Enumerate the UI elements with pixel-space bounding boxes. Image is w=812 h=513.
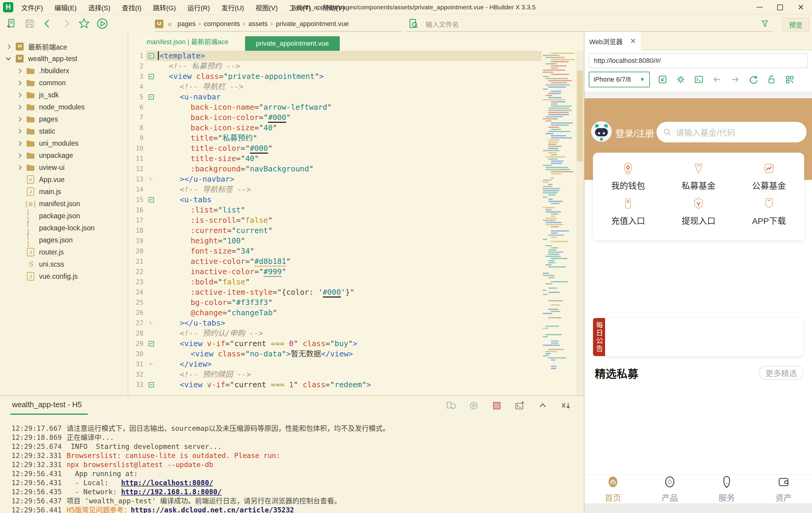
code-line-22[interactable]: 22inactive-color="#999" xyxy=(129,267,542,277)
code-line-19[interactable]: 19height="100" xyxy=(129,236,542,246)
browser-tab[interactable]: Web浏览器 ✕ xyxy=(584,32,641,51)
chevron-right-icon[interactable] xyxy=(6,44,11,49)
chevron-right-icon[interactable] xyxy=(17,153,22,158)
collapse-up-icon[interactable] xyxy=(537,400,548,411)
filter-funnel-icon[interactable] xyxy=(758,17,772,31)
tree-item-router.js[interactable]: Jrouter.js xyxy=(0,246,128,258)
tree-item-App.vue[interactable]: VApp.vue xyxy=(0,174,128,186)
tree-item-package-lock.json[interactable]: [ ]package-lock.json xyxy=(0,222,128,234)
log-link[interactable]: http://192.168.1.8:8080/ xyxy=(121,488,222,496)
tree-item-.hbuilderx[interactable]: .hbuilderx xyxy=(0,65,128,77)
chevron-right-icon[interactable] xyxy=(17,68,22,73)
nav-service[interactable]: 服务 xyxy=(698,475,755,503)
chevron-down-icon[interactable] xyxy=(6,56,11,60)
code-line-18[interactable]: 18:current="current" xyxy=(129,225,542,236)
tree-item-main.js[interactable]: Jmain.js xyxy=(0,186,128,198)
code-line-14[interactable]: 14<!-- 导航标签 --> xyxy=(129,184,542,195)
close-icon[interactable]: ✕ xyxy=(798,3,804,11)
chevron-right-icon[interactable] xyxy=(17,81,22,85)
quick-entry-wallet[interactable]: 我的钱包 xyxy=(593,161,663,191)
resize-viewport-icon[interactable] xyxy=(657,74,668,85)
code-line-25[interactable]: 25bg-color="#f3f3f3" xyxy=(129,298,542,308)
daily-notice[interactable]: 每日公告 xyxy=(593,318,803,356)
code-line-7[interactable]: 7back-icon-color="#000" xyxy=(129,113,542,123)
code-line-10[interactable]: 10title-color="#000" xyxy=(129,143,542,154)
new-terminal-icon[interactable] xyxy=(514,400,525,411)
code-line-20[interactable]: 20font-size="34" xyxy=(129,246,542,256)
code-line-9[interactable]: 9title="私募预约" xyxy=(129,133,542,143)
code-line-12[interactable]: 12:background="navBackground" xyxy=(129,164,542,174)
code-line-2[interactable]: 2<!-- 私募预约 --> xyxy=(129,61,542,71)
editor-tab-inactive[interactable]: manifest.json | 最新前端ace xyxy=(146,33,228,51)
breadcrumb-item[interactable]: pages xyxy=(177,20,196,28)
code-line-16[interactable]: 16:list="list" xyxy=(129,205,542,215)
restart-run-icon[interactable] xyxy=(468,400,479,411)
tree-item-unpackage[interactable]: unpackage xyxy=(0,149,128,161)
nav-assets[interactable]: 资产 xyxy=(755,475,812,503)
tree-item-manifest.json[interactable]: [⚙]manifest.json xyxy=(0,198,128,210)
tree-item-pages[interactable]: pages xyxy=(0,113,128,125)
editor-scrollbar[interactable] xyxy=(576,51,584,395)
quick-entry-public-fund[interactable]: 公募基金 xyxy=(734,161,804,191)
tree-item-uni_modules[interactable]: uni_modules xyxy=(0,137,128,149)
file-search-bar[interactable]: 输入文件名 xyxy=(407,17,773,32)
tree-item-wealth_app-test[interactable]: wealth_app-test xyxy=(0,53,128,65)
tree-item-static[interactable]: static xyxy=(0,125,128,137)
log-link[interactable]: http://localhost:8080/ xyxy=(121,479,213,487)
chevron-right-icon[interactable] xyxy=(17,104,22,110)
nav-product[interactable]: 产品 xyxy=(641,475,698,503)
forward-icon[interactable] xyxy=(59,17,72,31)
code-line-33[interactable]: 33<view v-if="current === 1" class="rede… xyxy=(129,380,542,390)
breadcrumb-collapse-icon[interactable]: « xyxy=(168,19,172,29)
tree-item-node_modules[interactable]: node_modules xyxy=(0,101,128,113)
nav-back-icon[interactable] xyxy=(712,74,722,85)
chevron-right-icon[interactable] xyxy=(17,117,22,122)
browser-tab-close-icon[interactable]: ✕ xyxy=(630,37,636,46)
chevron-right-icon[interactable] xyxy=(17,141,22,146)
new-file-icon[interactable] xyxy=(5,17,18,31)
code-line-4[interactable]: 4<!-- 导航栏 --> xyxy=(129,82,542,92)
url-input[interactable]: http://localhost:8080/#/ xyxy=(589,54,808,68)
editor-scrollbar-thumb[interactable] xyxy=(577,71,583,161)
code-line-21[interactable]: 21active-color="#d8b181" xyxy=(129,256,542,267)
quick-entry-recharge[interactable]: 充值入口 xyxy=(593,196,663,227)
bookmark-star-icon[interactable] xyxy=(78,17,91,31)
settings-gear-icon[interactable] xyxy=(675,74,686,85)
menu-item-1[interactable]: 编辑(E) xyxy=(54,2,77,12)
run-icon[interactable] xyxy=(96,17,109,31)
code-line-6[interactable]: 6back-icon-name="arrow-leftward" xyxy=(129,102,542,113)
minimap[interactable] xyxy=(542,53,575,393)
menu-item-6[interactable]: 发行(U) xyxy=(222,2,244,12)
unlock-icon[interactable] xyxy=(766,74,777,85)
qr-grid-icon[interactable] xyxy=(784,74,795,85)
tree-item-最新前端ace[interactable]: 最新前端ace xyxy=(0,40,128,53)
tree-item-pages.json[interactable]: [ ]pages.json xyxy=(0,234,128,246)
tree-item-js_sdk[interactable]: js_sdk xyxy=(0,89,128,101)
save-icon[interactable] xyxy=(23,17,36,31)
login-register-link[interactable]: 登录/注册 xyxy=(615,126,654,139)
tree-item-vue.config.js[interactable]: Jvue.config.js xyxy=(0,270,128,282)
menu-item-7[interactable]: 视图(V) xyxy=(255,2,278,12)
tree-item-uni.scss[interactable]: Suni.scss xyxy=(0,258,128,270)
code-line-23[interactable]: 23:bold="false" xyxy=(129,277,542,287)
back-icon[interactable] xyxy=(41,17,54,31)
maximize-icon[interactable] xyxy=(777,4,783,10)
code-line-27[interactable]: 27></u-tabs> xyxy=(129,318,542,328)
code-line-1[interactable]: 1<template> xyxy=(129,51,542,61)
tree-item-common[interactable]: common xyxy=(0,77,128,89)
avatar[interactable] xyxy=(591,121,612,142)
nav-forward-icon[interactable] xyxy=(730,74,741,85)
more-button[interactable]: 更多精选 xyxy=(759,366,804,380)
code-line-24[interactable]: 24:active-item-style="{color: '#000'}" xyxy=(129,287,542,298)
code-line-3[interactable]: 3<view class="private-appointment"> xyxy=(129,71,542,82)
console-tab[interactable]: wealth_app-test - H5 xyxy=(12,400,82,409)
menu-item-3[interactable]: 查找(I) xyxy=(122,2,142,12)
menu-item-0[interactable]: 文件(F) xyxy=(21,2,43,12)
chevron-right-icon[interactable] xyxy=(17,129,22,133)
clear-log-icon[interactable] xyxy=(560,400,571,411)
tree-item-package.json[interactable]: [ ]package.json xyxy=(0,210,128,222)
quick-entry-private-fund[interactable]: 私募基金 xyxy=(663,161,734,191)
editor-tab-active[interactable]: private_appointment.vue xyxy=(245,36,340,51)
menu-item-2[interactable]: 选择(S) xyxy=(88,2,110,12)
preview-button[interactable]: 预览 xyxy=(782,18,809,31)
